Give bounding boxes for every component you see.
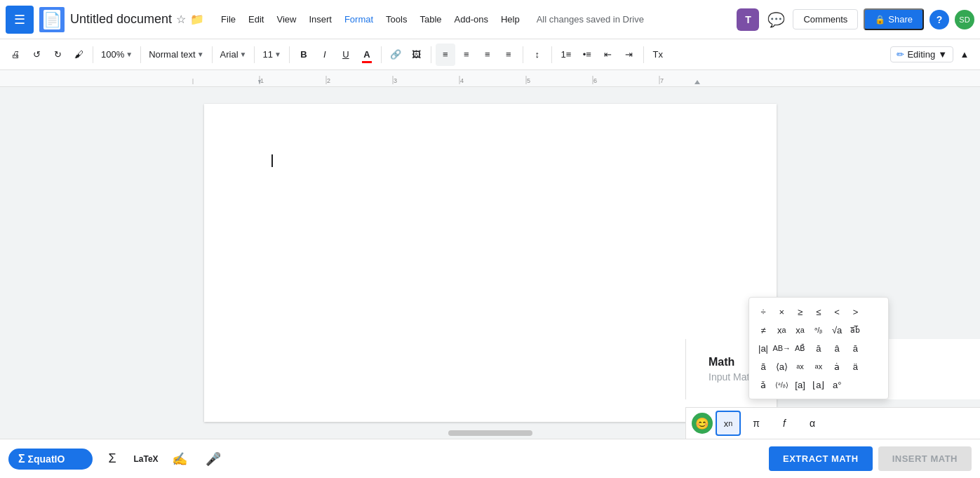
align-center-button[interactable]: ≡ xyxy=(457,44,476,66)
equatio-brand-label: ΣquatIO xyxy=(28,453,65,465)
document-title[interactable]: Untitled document xyxy=(70,12,172,27)
editing-mode-dropdown[interactable]: ✏ Editing ▼ xyxy=(890,46,953,62)
horizontal-scrollbar[interactable] xyxy=(448,430,532,436)
menu-tools[interactable]: Tools xyxy=(380,11,412,27)
sym-acaron[interactable]: ǎ xyxy=(755,376,772,393)
font-size-dropdown[interactable]: 11 ▼ xyxy=(259,47,284,62)
formula-button[interactable]: Σ xyxy=(98,445,126,473)
comments-button[interactable]: Comments xyxy=(793,9,858,29)
sym-acaret[interactable]: â xyxy=(828,340,845,357)
pi-tool-button[interactable]: π xyxy=(744,411,769,436)
handwriting-button[interactable]: ✍ xyxy=(166,445,194,473)
sym-sqrt[interactable]: √a xyxy=(828,321,845,338)
line-spacing-button[interactable]: ↕ xyxy=(528,44,547,66)
menu-help[interactable]: Help xyxy=(495,11,525,27)
font-arrow: ▼ xyxy=(240,51,247,58)
align-justify-button[interactable]: ≡ xyxy=(499,44,518,66)
menu-bar: File Edit View Insert Format Tools Table… xyxy=(215,11,525,27)
sym-subx[interactable]: ax xyxy=(810,358,827,375)
app-menu-button[interactable]: ☰ xyxy=(6,6,34,34)
menu-insert[interactable]: Insert xyxy=(303,11,337,27)
menu-edit[interactable]: Edit xyxy=(243,11,269,27)
insert-math-button[interactable]: INSERT MATH xyxy=(878,446,972,471)
star-icon[interactable]: ☆ xyxy=(176,13,186,26)
sym-abs[interactable]: |a| xyxy=(755,340,772,357)
sym-empty4 xyxy=(866,358,882,375)
sym-empty xyxy=(866,303,882,320)
sym-supx[interactable]: ax xyxy=(792,358,809,375)
sym-xsub[interactable]: xa xyxy=(792,321,809,338)
increase-indent-button[interactable]: ⇥ xyxy=(619,44,639,66)
separator-2 xyxy=(140,46,141,63)
print-button[interactable]: 🖨 xyxy=(6,44,25,66)
equatio-brand-button[interactable]: Σ ΣquatIO xyxy=(8,449,93,470)
sym-bracket[interactable]: ⌊a⌋ xyxy=(810,376,827,393)
paragraph-style-dropdown[interactable]: Normal text ▼ xyxy=(145,47,207,62)
smiley-button[interactable]: 😊 xyxy=(692,413,713,434)
sym-angle[interactable]: ⟨a⟩ xyxy=(773,358,790,375)
sym-addot[interactable]: ä xyxy=(847,358,864,375)
sym-xsup[interactable]: xa xyxy=(773,321,790,338)
paint-format-button[interactable]: 🖌 xyxy=(69,44,88,66)
sym-empty5 xyxy=(847,376,864,393)
extract-math-button[interactable]: EXTRACT MATH xyxy=(769,446,873,471)
microphone-button[interactable]: 🎤 xyxy=(199,445,227,473)
sym-AB-over[interactable]: AB̄ xyxy=(792,340,809,357)
sym-gte[interactable]: ≥ xyxy=(792,303,809,320)
menu-view[interactable]: View xyxy=(271,11,302,27)
func-tool-button[interactable]: f xyxy=(772,411,797,436)
user-avatar[interactable]: SD xyxy=(955,10,974,29)
sym-atilde-bar[interactable]: ā xyxy=(847,340,864,357)
sym-lt[interactable]: < xyxy=(828,303,845,320)
sym-times[interactable]: × xyxy=(773,303,790,320)
help-icon[interactable]: ? xyxy=(929,10,949,29)
sym-neq[interactable]: ≠ xyxy=(755,321,772,338)
sym-vec-AB[interactable]: AB→ xyxy=(773,340,790,357)
menu-file[interactable]: File xyxy=(215,11,241,27)
sym-frac[interactable]: ᵃ/ᵦ xyxy=(810,321,827,338)
xn-tool-button[interactable]: xn xyxy=(716,411,741,436)
svg-text:7: 7 xyxy=(660,77,664,84)
sym-lte[interactable]: ≤ xyxy=(810,303,827,320)
align-right-button[interactable]: ≡ xyxy=(478,44,497,66)
unordered-list-button[interactable]: •≡ xyxy=(577,44,597,66)
doc-title-row: Untitled document ☆ 📁 xyxy=(70,12,204,27)
sym-abar[interactable]: ā xyxy=(810,340,827,357)
sym-adeg[interactable]: a° xyxy=(828,376,845,393)
sym-empty6 xyxy=(866,376,882,393)
bold-button[interactable]: B xyxy=(294,44,314,66)
latex-button[interactable]: LaTeX xyxy=(132,445,160,473)
sym-fracangle[interactable]: ⟨ᵃ/ᵦ⟩ xyxy=(773,376,790,393)
collapse-toolbar-button[interactable]: ▲ xyxy=(955,44,974,66)
chat-icon-button[interactable]: 💬 xyxy=(765,8,787,31)
hamburger-icon: ☰ xyxy=(14,13,25,26)
clear-format-button[interactable]: Tx xyxy=(648,44,668,66)
sym-overline[interactable]: a̅b̅ xyxy=(847,321,864,338)
folder-icon[interactable]: 📁 xyxy=(190,13,204,26)
sym-floorceiling[interactable]: [a] xyxy=(792,376,809,393)
sym-div[interactable]: ÷ xyxy=(755,303,772,320)
italic-button[interactable]: I xyxy=(315,44,335,66)
underline-button[interactable]: U xyxy=(336,44,356,66)
share-button[interactable]: 🔒 Share xyxy=(864,8,924,30)
doc-title-area: Untitled document ☆ 📁 xyxy=(70,12,204,27)
image-button[interactable]: 🖼 xyxy=(407,44,427,66)
alpha-tool-button[interactable]: α xyxy=(800,411,825,436)
redo-button[interactable]: ↻ xyxy=(48,44,67,66)
font-dropdown[interactable]: Arial ▼ xyxy=(217,47,250,62)
link-button[interactable]: 🔗 xyxy=(386,44,405,66)
menu-format[interactable]: Format xyxy=(339,11,379,27)
menu-table[interactable]: Table xyxy=(414,11,447,27)
align-left-button[interactable]: ≡ xyxy=(436,44,455,66)
sym-adot[interactable]: ȧ xyxy=(828,358,845,375)
ordered-list-button[interactable]: 1≡ xyxy=(556,44,576,66)
menu-addons[interactable]: Add-ons xyxy=(449,11,494,27)
zoom-arrow: ▼ xyxy=(126,51,133,58)
undo-button[interactable]: ↺ xyxy=(27,44,46,66)
sym-gt[interactable]: > xyxy=(847,303,864,320)
zoom-dropdown[interactable]: 100% ▼ xyxy=(98,47,136,62)
decrease-indent-button[interactable]: ⇤ xyxy=(598,44,618,66)
font-color-button[interactable]: A xyxy=(357,44,377,66)
texthelp-icon[interactable]: T xyxy=(737,8,759,31)
sym-atilde[interactable]: ã xyxy=(755,358,772,375)
